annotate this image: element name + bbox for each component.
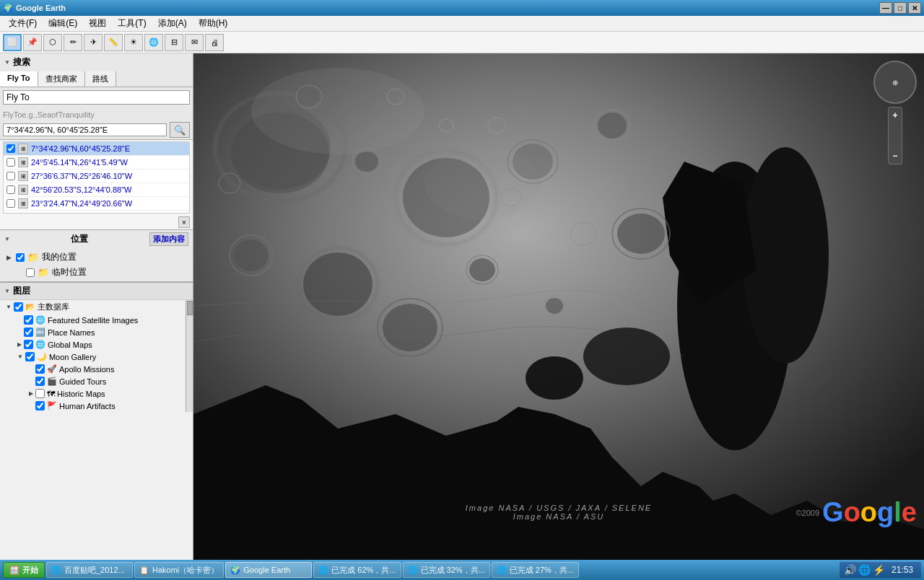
- tool-sky[interactable]: 🌐: [144, 34, 163, 51]
- start-button[interactable]: 🪟 开始: [3, 562, 45, 578]
- layer-human-artifacts[interactable]: ▶ 🚩 Human Artifacts: [0, 400, 186, 412]
- global-maps-expander: ▶: [17, 341, 22, 348]
- layers-header[interactable]: 图层: [0, 283, 193, 300]
- places-item-temp[interactable]: 📁 临时位置: [0, 265, 193, 280]
- result-item-3[interactable]: ⊞ 42°56'20.53"S,12°44'0.88"W: [4, 183, 189, 197]
- result-link-0[interactable]: 7°34'42.96"N,60°45'25.28"E: [31, 144, 130, 153]
- add-content-button[interactable]: 添加内容: [149, 232, 188, 246]
- tool-email[interactable]: ✉: [185, 34, 204, 51]
- minimize-button[interactable]: —: [879, 2, 892, 14]
- result-item-1[interactable]: ⊞ 24°5'45.14"N,26°41'5.49"W: [4, 156, 189, 170]
- historic-maps-label: Historic Maps: [57, 390, 105, 398]
- menu-tools[interactable]: 工具(T): [112, 16, 152, 31]
- tool-tour[interactable]: ✈: [84, 34, 103, 51]
- guided-tours-icon: 🎬: [47, 377, 57, 386]
- search-header[interactable]: 搜索: [0, 53, 193, 71]
- temp-places-checkbox[interactable]: [26, 268, 35, 277]
- tool-sun[interactable]: ☀: [124, 34, 143, 51]
- layer-featured-sat[interactable]: ▶ 🌐 Featured Satellite Images: [0, 314, 186, 326]
- result-item-2[interactable]: ⊞ 27°36'6.37"N,25°26'46.10"W: [4, 170, 189, 183]
- tab-find-business[interactable]: 查找商家: [38, 71, 85, 87]
- title-bar-controls[interactable]: — □ ✕: [879, 2, 921, 14]
- taskbar-baidu[interactable]: 🌐 百度贴吧_2012...: [46, 562, 133, 578]
- taskbar-loading1[interactable]: 🌐 已完成 62%，共...: [313, 562, 401, 578]
- zoom-control[interactable]: + −: [888, 107, 902, 164]
- map-area[interactable]: Image NASA / USGS / JAXA / SELENE Image …: [193, 53, 924, 564]
- result-checkbox-3[interactable]: [6, 185, 15, 194]
- result-link-2[interactable]: 27°36'6.37"N,25°26'46.10"W: [31, 172, 132, 180]
- layer-place-names[interactable]: ▶ 🔤 Place Names: [0, 326, 186, 338]
- places-item-my-places[interactable]: ▶ 📁 我的位置: [0, 250, 193, 265]
- tab-fly-to[interactable]: Fly To: [0, 71, 38, 87]
- layer-global-maps[interactable]: ▶ 🌐 Global Maps: [0, 338, 186, 351]
- tab-directions[interactable]: 路线: [85, 71, 116, 87]
- close-button[interactable]: ✕: [908, 2, 921, 14]
- place-names-checkbox[interactable]: [24, 328, 33, 337]
- maximize-button[interactable]: □: [894, 2, 907, 14]
- historic-maps-checkbox[interactable]: [35, 389, 45, 398]
- taskbar-loading2[interactable]: 🌐 已完成 32%，共...: [403, 562, 490, 578]
- primary-db-checkbox[interactable]: [14, 302, 23, 312]
- svg-point-3: [742, 147, 829, 364]
- fly-to-input[interactable]: [3, 90, 190, 105]
- tool-measure[interactable]: 📏: [104, 34, 123, 51]
- apollo-icon: 🚀: [47, 364, 57, 374]
- tool-path[interactable]: ✏: [64, 34, 82, 51]
- result-link-1[interactable]: 24°5'45.14"N,26°41'5.49"W: [31, 158, 128, 167]
- result-checkbox-1[interactable]: [6, 158, 15, 167]
- menu-add[interactable]: 添加(A): [152, 16, 193, 31]
- tool-polygon[interactable]: ⬡: [43, 34, 62, 51]
- tool-placemark[interactable]: 📌: [23, 34, 42, 51]
- result-item-4[interactable]: ⊞ 23°3'24.47"N,24°49'20.66"W: [4, 197, 189, 211]
- historic-maps-icon: 🗺: [47, 390, 55, 398]
- tray-power-icon[interactable]: ⚡: [873, 564, 885, 576]
- result-item-0[interactable]: ⊞ 7°34'42.96"N,60°45'25.28"E: [4, 142, 189, 156]
- tool-ruler[interactable]: ⊟: [165, 34, 183, 51]
- search-header-label: 搜索: [13, 56, 30, 69]
- historic-maps-expander: ▶: [29, 390, 33, 397]
- tool-navigate[interactable]: ⬜: [3, 34, 22, 51]
- results-list[interactable]: ⊞ 7°34'42.96"N,60°45'25.28"E ⊞ 24°5'45.1…: [3, 141, 190, 214]
- apollo-checkbox[interactable]: [35, 364, 45, 374]
- moon-gallery-expander: ▼: [17, 353, 23, 360]
- result-link-3[interactable]: 42°56'20.53"S,12°44'0.88"W: [31, 185, 131, 194]
- result-checkbox-2[interactable]: [6, 172, 15, 180]
- result-link-4[interactable]: 23°3'24.47"N,24°49'20.66"W: [31, 199, 132, 208]
- result-checkbox-0[interactable]: [6, 144, 15, 153]
- compass-control[interactable]: ⊕: [873, 61, 917, 104]
- layer-guided-tours[interactable]: ▶ 🎬 Guided Tours: [0, 375, 186, 387]
- layer-historic-maps[interactable]: ▶ 🗺 Historic Maps: [0, 387, 186, 400]
- places-header[interactable]: 位置 添加内容: [0, 230, 193, 248]
- coords-input[interactable]: [3, 123, 167, 136]
- search-button[interactable]: 🔍: [170, 122, 190, 138]
- human-artifacts-checkbox[interactable]: [35, 401, 45, 410]
- layer-moon-gallery[interactable]: ▼ 🌙 Moon Gallery: [0, 351, 186, 363]
- svg-point-19: [234, 240, 269, 271]
- featured-sat-checkbox[interactable]: [24, 315, 33, 325]
- my-places-checkbox[interactable]: [16, 253, 25, 262]
- guided-tours-checkbox[interactable]: [35, 377, 45, 386]
- layer-apollo-missions[interactable]: ▶ 🚀 Apollo Missions: [0, 363, 186, 375]
- menu-help[interactable]: 帮助(H): [193, 16, 234, 31]
- results-close-button[interactable]: ×: [178, 216, 190, 228]
- taskbar-loading3[interactable]: 🌐 已完成 27%，共...: [492, 562, 579, 578]
- tray-network-icon[interactable]: 🌐: [858, 564, 871, 576]
- layer-primary-db[interactable]: ▼ 📂 主数据库: [0, 300, 186, 314]
- result-checkbox-4[interactable]: [6, 199, 15, 208]
- layers-scrollbar-thumb[interactable]: [187, 301, 193, 315]
- search-section: 搜索 Fly To 查找商家 路线 FlyToe.g.,SeaofTranqui…: [0, 53, 193, 140]
- tool-print[interactable]: 🖨: [205, 34, 224, 51]
- menu-file[interactable]: 文件(F): [3, 16, 43, 31]
- tray-volume-icon[interactable]: 🔊: [844, 564, 856, 576]
- baidu-label: 百度贴吧_2012...: [64, 565, 125, 576]
- menu-edit[interactable]: 编辑(E): [43, 16, 83, 31]
- layers-scrollbar[interactable]: [186, 300, 193, 412]
- nav-controls[interactable]: ⊕ + −: [873, 61, 917, 164]
- baidu-icon: 🌐: [51, 566, 61, 575]
- taskbar-google-earth[interactable]: 🌍 Google Earth: [225, 562, 312, 578]
- menu-view[interactable]: 视图: [83, 16, 112, 31]
- moon-gallery-checkbox[interactable]: [25, 352, 35, 361]
- taskbar-hakomi[interactable]: 📋 Hakomi（哈卡密）: [134, 562, 224, 578]
- result-icon-4: ⊞: [18, 198, 28, 208]
- global-maps-checkbox[interactable]: [24, 340, 33, 349]
